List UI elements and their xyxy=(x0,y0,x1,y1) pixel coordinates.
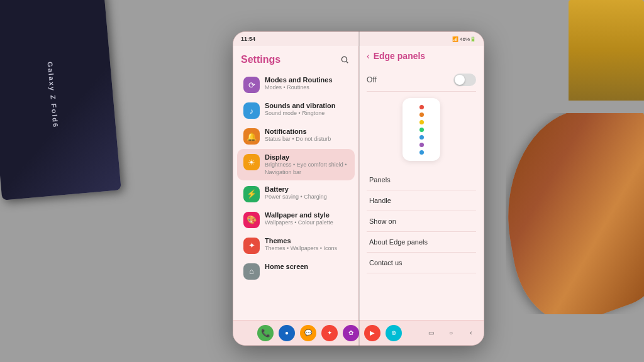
settings-item-wallpaper[interactable]: 🎨 Wallpaper and style Wallpapers • Colou… xyxy=(237,207,355,232)
modes-sub: Modes • Routines xyxy=(265,84,348,92)
svg-line-1 xyxy=(347,62,348,63)
galaxy-box: Galaxy Z Fold6 xyxy=(0,0,121,200)
svg-point-0 xyxy=(341,57,347,62)
settings-item-themes[interactable]: ✦ Themes Themes • Wallpapers • Icons xyxy=(237,233,355,258)
battery-icon: ⚡ xyxy=(243,186,260,202)
battery-sub: Power saving • Charging xyxy=(265,194,348,201)
dot-row-1 xyxy=(419,105,424,109)
show-on-label: Show on xyxy=(369,217,396,225)
nav-back[interactable]: ‹ xyxy=(465,327,477,339)
status-icons: 📶 46%🔋 xyxy=(452,36,476,42)
settings-header: Settings xyxy=(233,51,358,71)
modes-name: Modes and Routines xyxy=(265,75,348,84)
contact-us-label: Contact us xyxy=(369,259,402,266)
show-on-menu-item[interactable]: Show on xyxy=(367,211,476,232)
hand-overlay xyxy=(506,113,644,314)
settings-item-display[interactable]: ☀ Display Brightness • Eye comfort shiel… xyxy=(237,149,355,180)
nav-recent[interactable]: ▭ xyxy=(425,327,437,339)
wallpaper-sub: Wallpapers • Colour palette xyxy=(265,219,348,227)
about-edge-panels-menu-item[interactable]: About Edge panels xyxy=(367,232,476,253)
search-button[interactable] xyxy=(338,53,351,66)
panels-menu-item[interactable]: Panels xyxy=(367,170,476,190)
notifications-icon: 🔔 xyxy=(243,128,260,145)
dock-purple[interactable]: ✿ xyxy=(343,325,359,341)
display-icon: ☀ xyxy=(243,154,260,170)
edge-panels-header: ‹ Edge panels xyxy=(367,51,476,61)
homescreen-icon: ⌂ xyxy=(243,263,260,280)
wooden-item xyxy=(569,0,644,101)
modes-icon: ⟳ xyxy=(243,77,260,93)
dock-messages[interactable]: 💬 xyxy=(300,325,316,341)
dot-blue2 xyxy=(419,150,424,155)
edge-panels-panel: ‹ Edge panels Off xyxy=(359,46,484,320)
notifications-name: Notifications xyxy=(265,127,348,136)
status-time: 11:54 xyxy=(241,36,255,42)
panels-label: Panels xyxy=(369,176,391,184)
display-sub: Brightness • Eye comfort shield • Naviga… xyxy=(265,162,348,176)
handle-menu-item[interactable]: Handle xyxy=(367,190,476,211)
back-button[interactable]: ‹ xyxy=(367,51,370,61)
settings-title: Settings xyxy=(241,54,280,65)
settings-item-homescreen[interactable]: ⌂ Home screen xyxy=(237,258,355,283)
dock-blue[interactable]: ● xyxy=(279,325,295,341)
dot-row-4 xyxy=(419,128,424,132)
wallpaper-name: Wallpaper and style xyxy=(265,211,348,219)
dot-orange xyxy=(419,112,424,117)
dock-play[interactable]: ▶ xyxy=(364,325,380,341)
display-name: Display xyxy=(265,153,348,162)
contact-us-menu-item[interactable]: Contact us xyxy=(367,253,476,273)
dock-phone[interactable]: 📞 xyxy=(257,325,274,341)
hand-shape xyxy=(506,113,644,314)
signal-icon: 📶 xyxy=(452,36,458,42)
settings-item-notifications[interactable]: 🔔 Notifications Status bar • Do not dist… xyxy=(237,123,355,148)
about-edge-label: About Edge panels xyxy=(369,238,428,246)
toggle-label: Off xyxy=(367,75,377,84)
panel-preview xyxy=(402,98,440,161)
handle-label: Handle xyxy=(369,197,391,204)
settings-item-sounds[interactable]: ♪ Sounds and vibration Sound mode • Ring… xyxy=(237,97,355,123)
edge-panels-toggle[interactable] xyxy=(453,74,476,86)
dot-row-2 xyxy=(419,112,424,117)
battery-text: 46%🔋 xyxy=(460,36,476,42)
toggle-row: Off xyxy=(367,69,476,92)
nav-buttons: ▭ ○ ‹ xyxy=(425,327,477,339)
dot-row-7 xyxy=(419,150,424,155)
edge-panels-title: Edge panels xyxy=(374,51,425,61)
box-brand-text: Galaxy Z Fold6 xyxy=(47,61,60,128)
settings-item-battery[interactable]: ⚡ Battery Power saving • Charging xyxy=(237,181,355,206)
themes-icon: ✦ xyxy=(243,238,260,254)
dock-icons: 📞 ● 💬 ✦ ✿ ▶ ⊕ xyxy=(240,325,419,341)
settings-item-modes[interactable]: ⟳ Modes and Routines Modes • Routines xyxy=(237,72,355,97)
notifications-sub: Status bar • Do not disturb xyxy=(265,136,348,143)
dot-green xyxy=(419,128,424,132)
battery-name: Battery xyxy=(265,185,348,194)
sounds-sub: Sound mode • Ringtone xyxy=(265,110,348,118)
settings-panel: Settings ⟳ Modes and Routines Modes • Ro… xyxy=(233,46,359,320)
themes-sub: Themes • Wallpapers • Icons xyxy=(265,245,348,253)
dock-red[interactable]: ✦ xyxy=(321,325,338,341)
dot-yellow xyxy=(419,120,424,124)
dot-purple xyxy=(419,143,424,147)
dot-row-3 xyxy=(419,120,424,124)
dot-row-5 xyxy=(419,135,424,140)
wallpaper-icon: 🎨 xyxy=(243,212,260,228)
sounds-name: Sounds and vibration xyxy=(265,101,348,110)
homescreen-name: Home screen xyxy=(265,262,348,271)
dot-red xyxy=(419,105,424,109)
nav-home[interactable]: ○ xyxy=(445,327,457,339)
dock-cyan[interactable]: ⊕ xyxy=(386,325,402,341)
themes-name: Themes xyxy=(265,236,348,245)
dot-row-6 xyxy=(419,143,424,147)
dot-blue xyxy=(419,135,424,140)
sounds-icon: ♪ xyxy=(243,102,260,119)
fold-crease xyxy=(358,31,360,346)
